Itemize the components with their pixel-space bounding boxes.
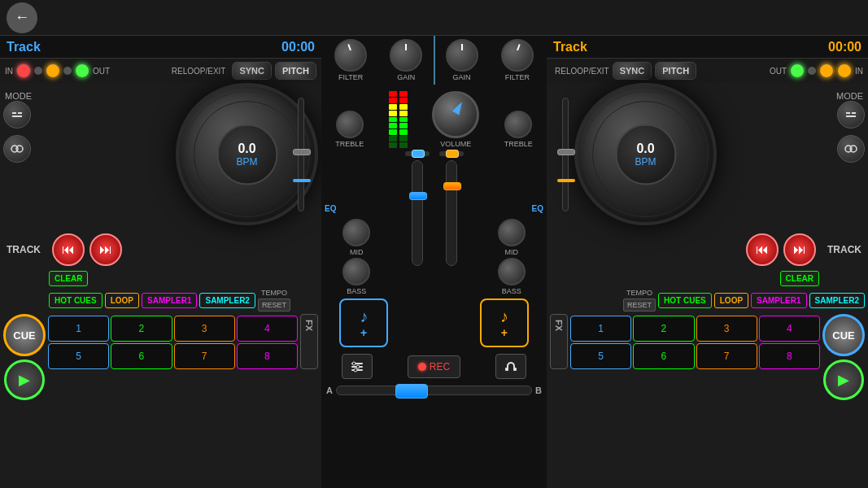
right-track-time: 00:00 (828, 40, 861, 54)
left-out-led[interactable] (46, 63, 60, 78)
right-play-button[interactable]: ▶ (823, 359, 864, 400)
left-sync-button[interactable]: SYNC (232, 62, 272, 80)
right-pad-1[interactable]: 1 (570, 316, 631, 342)
crossfader-track[interactable] (336, 386, 532, 395)
back-button[interactable]: ← (7, 2, 37, 33)
left-pad-2[interactable]: 2 (111, 316, 172, 342)
right-pitch-handle[interactable] (557, 149, 575, 155)
right-loop-button[interactable]: LOOP (714, 293, 748, 308)
right-pad-4[interactable]: 4 (759, 316, 820, 342)
mixer-bass-left-knob[interactable] (342, 258, 370, 285)
right-pad-8[interactable]: 8 (759, 343, 820, 369)
left-loop-button[interactable]: LOOP (105, 293, 139, 308)
right-pitch-track (562, 98, 569, 211)
right-in-led[interactable] (837, 63, 852, 78)
mixer-treble-left-knob[interactable] (336, 111, 364, 138)
left-pitch-handle[interactable] (293, 149, 311, 155)
left-pad-8[interactable]: 8 (237, 343, 298, 369)
right-clear-button[interactable]: CLEAR (780, 271, 819, 286)
left-next-icon: ⏭ (99, 242, 112, 257)
left-hotcues-button[interactable]: HOT CUES (49, 293, 103, 308)
mixer-mid-left-knob[interactable] (342, 219, 370, 246)
right-bottom-section: CLEAR TEMPO RESET HOT CUES LOOP SAMPLER1… (547, 268, 868, 488)
left-sampler1-button[interactable]: SAMPLER1 (142, 293, 197, 308)
mixer-left-pfader[interactable] (405, 151, 430, 156)
right-pad-2[interactable]: 2 (633, 316, 694, 342)
mixer-gain-left-knob[interactable] (390, 39, 422, 72)
left-next-track-button[interactable]: ⏭ (89, 233, 122, 266)
right-pad-6[interactable]: 6 (633, 343, 694, 369)
mixer-bass-left-label: BASS (347, 287, 366, 295)
right-deck: Track 00:00 IN OUT PITCH SYNC RELOOP/EXI… (547, 36, 868, 488)
mixer-left-fader-track[interactable] (412, 160, 423, 266)
right-next-track-button[interactable]: ⏭ (783, 233, 816, 266)
left-bpm-label: BPM (236, 156, 257, 168)
left-pad-1[interactable]: 1 (48, 316, 109, 342)
right-sync-button[interactable]: SYNC (613, 62, 652, 80)
right-fx-button[interactable]: FX (550, 314, 568, 369)
mixer-gain-left-label: GAIN (397, 73, 415, 81)
mixer-add-right-button[interactable]: ♪ + (480, 298, 529, 347)
right-reset-button[interactable]: RESET (623, 298, 656, 312)
center-mixer: FILTER GAIN GAIN FILTER (321, 36, 547, 488)
right-bpm-label: BPM (635, 156, 656, 168)
mixer-treble-right-knob[interactable] (504, 111, 532, 138)
mixer-filter-right-group: FILTER (501, 39, 534, 81)
left-pad-3[interactable]: 3 (174, 316, 235, 342)
left-green-led[interactable] (75, 63, 89, 78)
right-hotcues-button[interactable]: HOT CUES (658, 293, 712, 308)
mixer-filter-right-knob[interactable] (501, 39, 534, 72)
left-reset-button[interactable]: RESET (258, 298, 290, 312)
crossfader-handle[interactable] (395, 384, 428, 399)
right-pitch-slider[interactable] (553, 83, 578, 225)
right-jog-wheel[interactable]: 0.0 BPM (574, 83, 717, 225)
mixer-add-left-button[interactable]: ♪ + (339, 298, 388, 347)
mixer-rec-button[interactable]: REC (408, 355, 460, 378)
right-pad-3[interactable]: 3 (696, 316, 757, 342)
left-cue-button[interactable]: CUE (3, 314, 46, 356)
right-in-label: IN (855, 67, 863, 76)
left-pitch-button[interactable]: PITCH (275, 62, 316, 80)
mixer-bass-right-knob[interactable] (498, 258, 526, 285)
left-pad-5[interactable]: 5 (48, 343, 109, 369)
mixer-gain-right-knob[interactable] (446, 39, 478, 72)
mixer-treble-left-label: TREBLE (335, 140, 364, 148)
right-sampler1-button[interactable]: SAMPLER1 (751, 293, 806, 308)
mixer-right-pfader[interactable] (439, 151, 464, 156)
right-pitch-mark (557, 179, 575, 182)
left-track-name: Track (7, 40, 41, 54)
mixer-gain-right-label: GAIN (453, 73, 471, 81)
right-bpm-value: 0.0 (636, 142, 654, 156)
left-prev-track-button[interactable]: ⏮ (52, 233, 85, 266)
right-cue-button[interactable]: CUE (822, 314, 865, 356)
left-in-label: IN (5, 67, 13, 76)
left-controls-strip: IN OUT RELOOP/EXIT SYNC PITCH (0, 59, 321, 83)
right-sampler2-button[interactable]: SAMPLER2 (809, 293, 865, 308)
mixer-settings-button[interactable] (342, 354, 373, 379)
mixer-mid-right-knob[interactable] (498, 219, 526, 246)
mixer-right-fader-track[interactable] (446, 160, 457, 266)
right-out-led[interactable] (819, 63, 834, 78)
right-prev-track-button[interactable]: ⏮ (746, 233, 779, 266)
left-fx-button[interactable]: FX (300, 314, 318, 369)
right-pad-7[interactable]: 7 (696, 343, 757, 369)
left-pad-4[interactable]: 4 (237, 316, 298, 342)
left-in-led[interactable] (16, 63, 31, 78)
right-green-led[interactable] (790, 63, 805, 78)
right-pad-5[interactable]: 5 (570, 343, 631, 369)
left-sampler2-button[interactable]: SAMPLER2 (199, 293, 255, 308)
right-dot1 (808, 67, 816, 75)
right-pad-grid: 1 2 3 4 5 6 7 8 (570, 316, 820, 369)
left-pad-7[interactable]: 7 (174, 343, 235, 369)
mixer-treble-row: TREBLE (321, 81, 547, 150)
mixer-right-fader-handle[interactable] (443, 182, 461, 190)
mixer-volume-knob[interactable] (432, 91, 479, 138)
left-play-button[interactable]: ▶ (4, 359, 45, 400)
mixer-headphone-button[interactable] (495, 354, 526, 379)
left-pad-6[interactable]: 6 (111, 343, 172, 369)
mixer-left-fader-handle[interactable] (409, 192, 427, 200)
right-pitch-button[interactable]: PITCH (655, 62, 696, 80)
mixer-filter-left-knob[interactable] (334, 39, 367, 72)
left-clear-button[interactable]: CLEAR (49, 271, 88, 286)
left-pitch-slider[interactable] (289, 83, 313, 225)
